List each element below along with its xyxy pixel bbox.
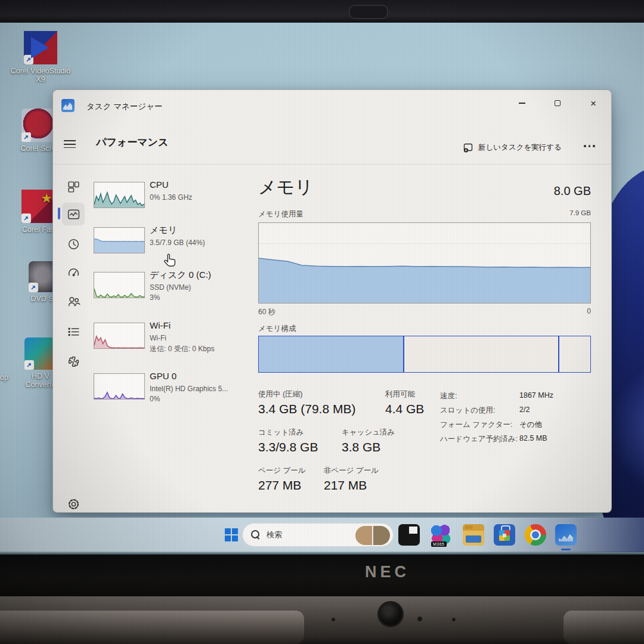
details-icon — [67, 325, 80, 339]
desktop-icon-corel-videostudio[interactable]: Corel VideoStudio X9 — [5, 31, 76, 83]
stat-value: 217 MB — [324, 478, 379, 493]
metric-item-cpu[interactable]: CPU 0% 1.36 GHz — [91, 178, 270, 221]
laptop-photo: Corel VideoStudio X9 Corel Scre Corel Fa… — [0, 0, 644, 644]
metric-item-memory[interactable]: メモリ 3.5/7.9 GB (44%) — [91, 224, 270, 267]
metric-detail2: 0% — [150, 395, 160, 403]
services-icon — [67, 355, 80, 369]
metric-detail2: 3% — [150, 293, 160, 302]
graph-time-label: 60 秒 — [258, 307, 275, 317]
m365-badge: M365 — [431, 541, 447, 547]
stat-label: 使用中 (圧縮) — [258, 389, 385, 400]
composition-standby — [404, 336, 559, 372]
memory-sparkline — [94, 227, 145, 253]
stat-label: コミット済み — [258, 428, 342, 438]
metric-name: Wi-Fi — [150, 320, 171, 330]
microsoft-365-icon[interactable]: M365 — [430, 524, 451, 546]
corel-fastflick-icon — [21, 190, 55, 223]
corel-videostudio-icon — [24, 31, 57, 64]
metric-detail: 3.5/7.9 GB (44%) — [150, 239, 205, 247]
memory-hardware-details: 速度: 1867 MHz スロットの使用: 2/2 フォーム ファクター: その… — [440, 391, 553, 448]
composition-in-use — [259, 336, 404, 372]
metric-detail: Intel(R) HD Graphics 5... — [150, 385, 228, 393]
memory-composition-label: メモリ構成 — [258, 324, 296, 334]
detail-label: ハードウェア予約済み: — [440, 434, 519, 444]
navigation-menu-button[interactable] — [64, 140, 76, 148]
microphone-hole — [452, 618, 456, 621]
memory-usage-graph — [258, 222, 591, 304]
chrome-icon[interactable] — [525, 524, 546, 546]
sidebar-item-performance[interactable] — [62, 203, 85, 225]
sidebar-item-details[interactable] — [62, 320, 85, 343]
desktop-icon-label: X9 — [5, 75, 76, 83]
disk-sparkline — [94, 272, 145, 298]
search-icon — [251, 530, 261, 540]
task-manager-app-icon — [61, 99, 75, 112]
metric-detail: 0% 1.36 GHz — [150, 193, 192, 202]
app-history-icon — [67, 237, 80, 251]
microsoft-store-icon[interactable] — [494, 524, 515, 546]
sidebar-item-startup-apps[interactable] — [62, 261, 85, 284]
metric-name: メモリ — [150, 225, 177, 236]
stat-label: 利用可能 — [385, 389, 424, 400]
detail-value: 1867 MHz — [519, 391, 553, 400]
processes-icon — [67, 180, 80, 194]
stat-value: 3.3/9.8 GB — [258, 440, 342, 454]
metric-detail2: 送信: 0 受信: 0 Kbps — [150, 344, 215, 354]
settings-gear-icon — [67, 497, 80, 511]
file-explorer-icon[interactable] — [463, 524, 484, 546]
metric-name: CPU — [150, 179, 169, 190]
metric-item-wifi[interactable]: Wi-Fi Wi-Fi 送信: 0 受信: 0 Kbps — [91, 319, 270, 368]
metric-detail: SSD (NVMe) — [150, 283, 191, 292]
shortcut-arrow-icon — [21, 213, 31, 223]
metric-name: ディスク 0 (C:) — [150, 270, 211, 281]
performance-icon — [67, 208, 80, 221]
wifi-sparkline — [94, 323, 145, 349]
base-camera — [377, 601, 404, 627]
taskbar: 検索 M365 — [0, 518, 644, 552]
sidebar-item-app-history[interactable] — [62, 233, 85, 255]
stat-value: 3.8 GB — [342, 440, 395, 454]
users-icon — [67, 295, 80, 308]
start-button[interactable] — [219, 523, 243, 547]
metric-item-gpu[interactable]: GPU 0 Intel(R) HD Graphics 5... 0% — [91, 370, 270, 419]
screen: Corel VideoStudio X9 Corel Scre Corel Fa… — [0, 23, 644, 555]
detail-value: その他 — [519, 420, 542, 430]
shortcut-arrow-icon — [21, 132, 31, 142]
memory-total: 8.0 GB — [554, 184, 591, 200]
taskbar-app-icon[interactable] — [398, 524, 420, 546]
page-title: パフォーマンス — [96, 135, 168, 149]
stat-label: 非ページ プール — [324, 466, 379, 476]
stat-value: 4.4 GB — [385, 402, 424, 416]
task-manager-taskbar-icon[interactable] — [555, 524, 577, 546]
corel-screencap-icon — [21, 109, 55, 142]
laptop-top-bezel — [0, 0, 644, 23]
detail-value: 82.5 MB — [519, 434, 547, 442]
active-app-indicator — [561, 549, 571, 550]
selected-accent-bar — [58, 208, 60, 219]
sidebar-item-users[interactable] — [62, 290, 85, 312]
memory-panel: メモリ 8.0 GB メモリ使用量 7.9 GB 60 秒 0 メモリ構成 — [258, 90, 591, 512]
microphone-hole — [332, 618, 335, 621]
shortcut-arrow-icon — [29, 283, 38, 292]
metric-name: GPU 0 — [150, 371, 177, 381]
metric-item-disk[interactable]: ディスク 0 (C:) SSD (NVMe) 3% — [91, 268, 270, 317]
left-hinge — [0, 611, 304, 644]
taskbar-search-box[interactable]: 検索 — [242, 523, 394, 547]
search-placeholder: 検索 — [267, 530, 282, 540]
sidebar-item-settings[interactable] — [62, 493, 85, 515]
gpu-sparkline — [94, 373, 145, 400]
sensor-hole — [417, 617, 422, 621]
detail-label: 速度: — [440, 391, 519, 401]
desktop-icon-label: Corel VideoStudio — [5, 67, 76, 75]
cut-off-icon-label: op — [0, 373, 8, 382]
metric-detail: Wi-Fi — [150, 334, 166, 342]
cpu-sparkline — [94, 182, 145, 208]
search-highlight-image[interactable] — [355, 526, 390, 545]
memory-title: メモリ — [258, 175, 313, 200]
sidebar-item-processes[interactable] — [62, 175, 85, 198]
sidebar-item-services[interactable] — [62, 350, 85, 373]
graph-zero-label: 0 — [587, 307, 591, 317]
close-icon: × — [590, 98, 596, 109]
detail-value: 2/2 — [519, 405, 530, 414]
brand-logo: NEC — [365, 563, 410, 581]
